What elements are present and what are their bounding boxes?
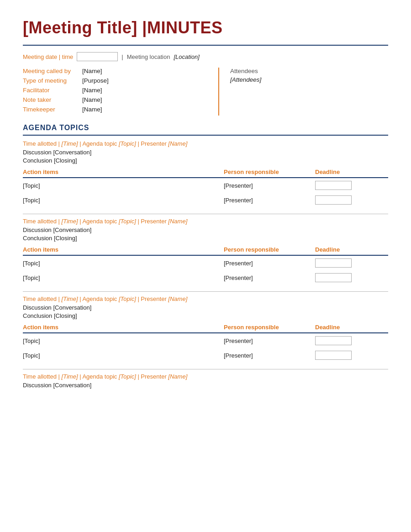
action-row: [Topic] [Presenter] [23,333,388,348]
action-row: [Topic] [Presenter] [23,193,388,207]
action-table-3: Action items Person responsible Deadline… [23,322,388,363]
agenda-time-row-3: Time allotted | [Time] | Agenda topic [T… [23,295,388,302]
date-input[interactable] [77,52,118,61]
action-table-2: Action items Person responsible Deadline… [23,244,388,285]
info-left: Meeting called by [Name] Type of meeting… [23,68,219,116]
title-divider [23,45,388,46]
facilitator-row: Facilitator [Name] [23,87,209,94]
note-taker-value: [Name] [82,96,102,103]
action-presenter: [Presenter] [224,178,315,193]
deadline-input[interactable] [315,181,352,190]
action-deadline-cell [315,333,388,348]
action-topic: [Topic] [23,348,224,363]
facilitator-value: [Name] [82,87,102,94]
action-topic: [Topic] [23,178,224,193]
action-table-1: Action items Person responsible Deadline… [23,167,388,207]
type-label: Type of meeting [23,77,82,84]
attendees-value: [Attendees] [230,76,388,83]
action-deadline-cell [315,178,388,193]
agenda-item-4: Time allotted | [Time] | Agenda topic [T… [23,373,388,389]
attendees-label: Attendees [230,68,388,74]
action-row: [Topic] [Presenter] [23,270,388,285]
conclusion-2: Conclusion [Closing] [23,235,388,242]
action-presenter: [Presenter] [224,193,315,207]
location-label: Meeting location [127,53,170,60]
action-items-header: Action items [23,167,224,178]
deadline-header: Deadline [315,322,388,333]
date-label: Meeting date | time [23,53,73,60]
deadline-input[interactable] [315,351,352,360]
deadline-input[interactable] [315,273,352,282]
action-items-header: Action items [23,322,224,333]
discussion-2: Discussion [Conversation] [23,226,388,233]
note-taker-label: Note taker [23,96,82,103]
action-row: [Topic] [Presenter] [23,255,388,270]
action-presenter: [Presenter] [224,255,315,270]
called-by-row: Meeting called by [Name] [23,68,209,74]
agenda-separator [23,291,388,292]
agenda-item-2: Time allotted | [Time] | Agenda topic [T… [23,218,388,285]
action-topic: [Topic] [23,255,224,270]
called-by-label: Meeting called by [23,68,82,74]
location-value: [Location] [174,53,199,60]
agenda-item-1: Time allotted | [Time] | Agenda topic [T… [23,140,388,207]
pipe-separator: | [121,53,123,60]
person-header: Person responsible [224,322,315,333]
person-header: Person responsible [224,167,315,178]
action-deadline-cell [315,255,388,270]
action-topic: [Topic] [23,193,224,207]
agenda-time-row-1: Time allotted | [Time] | Agenda topic [T… [23,140,388,147]
action-row: [Topic] [Presenter] [23,178,388,193]
action-row: [Topic] [Presenter] [23,348,388,363]
agenda-item-3: Time allotted | [Time] | Agenda topic [T… [23,295,388,363]
type-value: [Purpose] [82,77,109,84]
facilitator-label: Facilitator [23,87,82,94]
meeting-header-row: Meeting date | time | Meeting location [… [23,50,388,61]
action-topic: [Topic] [23,270,224,285]
action-deadline-cell [315,348,388,363]
page-title: [Meeting Title] |MINUTES [23,18,388,37]
agenda-time-row-4: Time allotted | [Time] | Agenda topic [T… [23,373,388,380]
action-presenter: [Presenter] [224,333,315,348]
info-section: Meeting called by [Name] Type of meeting… [23,68,388,116]
timekeeper-label: Timekeeper [23,106,82,113]
action-topic: [Topic] [23,333,224,348]
agenda-time-row-2: Time allotted | [Time] | Agenda topic [T… [23,218,388,225]
info-right: Attendees [Attendees] [219,68,388,116]
timekeeper-value: [Name] [82,106,102,113]
discussion-4: Discussion [Conversation] [23,382,388,389]
agenda-separator [23,214,388,214]
discussion-1: Discussion [Conversation] [23,149,388,156]
type-row: Type of meeting [Purpose] [23,77,209,84]
agenda-container: Time allotted | [Time] | Agenda topic [T… [23,140,388,389]
action-deadline-cell [315,193,388,207]
action-presenter: [Presenter] [224,270,315,285]
action-presenter: [Presenter] [224,348,315,363]
agenda-section-heading: AGENDA TOPICS [23,124,388,132]
deadline-header: Deadline [315,244,388,255]
note-taker-row: Note taker [Name] [23,96,209,103]
called-by-value: [Name] [82,68,102,74]
deadline-input[interactable] [315,258,352,268]
conclusion-1: Conclusion [Closing] [23,157,388,164]
action-deadline-cell [315,270,388,285]
agenda-separator [23,369,388,369]
discussion-3: Discussion [Conversation] [23,304,388,311]
timekeeper-row: Timekeeper [Name] [23,106,209,113]
conclusion-3: Conclusion [Closing] [23,312,388,319]
deadline-input[interactable] [315,336,352,345]
deadline-input[interactable] [315,195,352,205]
action-items-header: Action items [23,244,224,255]
agenda-heading-divider [23,135,388,136]
person-header: Person responsible [224,244,315,255]
deadline-header: Deadline [315,167,388,178]
